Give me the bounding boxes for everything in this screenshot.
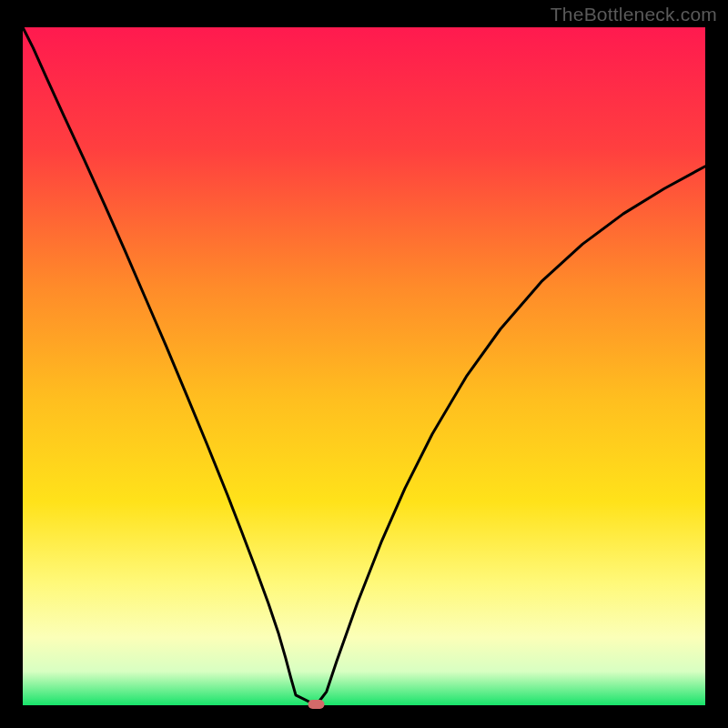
watermark-label: TheBottleneck.com: [551, 4, 717, 25]
optimum-marker: [308, 700, 325, 709]
bottleneck-plot: [0, 0, 728, 728]
gradient-panel: [23, 27, 705, 705]
chart-root: TheBottleneck.com: [0, 0, 728, 728]
